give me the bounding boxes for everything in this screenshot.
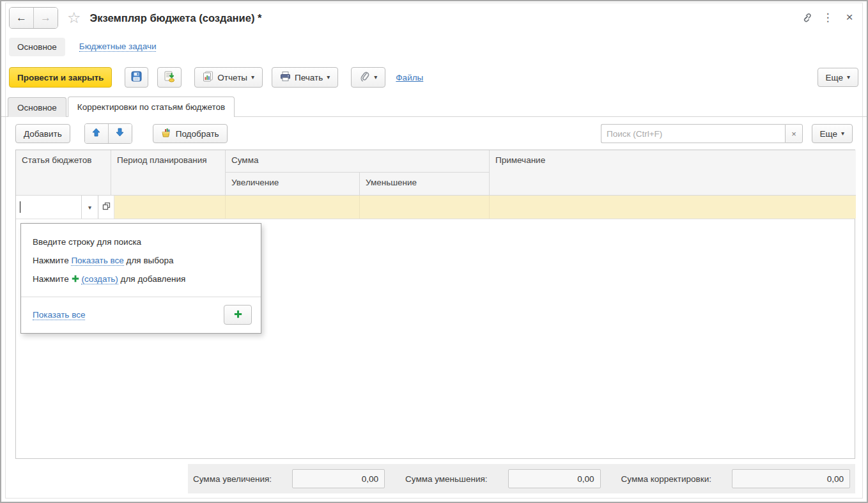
total-decrease-value: 0,00 xyxy=(577,474,594,484)
close-window-icon[interactable]: × xyxy=(841,9,858,26)
cell-period[interactable] xyxy=(114,196,226,219)
column-header-increase-label: Увеличение xyxy=(231,178,279,187)
column-header-article[interactable]: Статья бюджетов xyxy=(16,150,111,196)
post-document-icon xyxy=(164,71,175,84)
column-header-period-label: Период планирования xyxy=(117,155,207,165)
article-suggestion-popup: Введите строку для поиска Нажмите Показа… xyxy=(20,223,261,334)
move-down-button[interactable] xyxy=(109,124,132,143)
page-title: Экземпляр бюджета (создание) * xyxy=(90,12,262,24)
tab-main[interactable]: Основное xyxy=(8,97,66,117)
print-icon xyxy=(280,71,291,84)
tab-adjustments[interactable]: Корректировки по статьям бюджетов xyxy=(68,97,235,117)
window-controls: ⋮ × xyxy=(798,8,858,27)
choose-from-list-button[interactable] xyxy=(98,196,114,219)
grid-search: × xyxy=(601,124,803,143)
move-up-button[interactable] xyxy=(85,124,109,143)
combo-caret-icon: ▾ xyxy=(88,204,91,211)
form-more-label: Еще xyxy=(826,73,843,82)
print-caret-icon: ▾ xyxy=(327,74,330,81)
hint-show-all: Нажмите Показать все для выбора xyxy=(33,251,249,270)
hint-create-suffix: для добавления xyxy=(118,274,185,284)
print-label: Печать xyxy=(295,73,323,82)
column-header-article-label: Статья бюджетов xyxy=(22,155,92,165)
column-header-note-label: Примечание xyxy=(495,155,545,165)
hint-create-prefix: Нажмите xyxy=(33,274,71,284)
clear-icon: × xyxy=(791,129,796,139)
total-decrease-field: 0,00 xyxy=(508,469,601,488)
attachments-caret-icon: ▾ xyxy=(374,74,377,81)
reports-icon xyxy=(203,71,213,84)
form-more-caret-icon: ▾ xyxy=(847,74,850,81)
choose-overlap-squares-icon xyxy=(102,201,111,213)
grid-more-caret-icon: ▾ xyxy=(841,130,844,137)
back-icon: ← xyxy=(16,12,27,24)
create-inline-link[interactable]: (создать) xyxy=(81,274,118,284)
column-header-decrease-label: Уменьшение xyxy=(366,178,417,187)
grid-toolbar: Добавить xyxy=(15,123,228,144)
totals-footer: Сумма увеличения: 0,00 Сумма уменьшения:… xyxy=(188,464,855,493)
hint-choose-prefix: Нажмите xyxy=(33,256,71,265)
column-header-period[interactable]: Период планирования xyxy=(111,150,226,196)
save-button[interactable] xyxy=(125,67,148,88)
table-row: ▾ xyxy=(16,196,855,219)
cell-note[interactable] xyxy=(490,196,856,219)
show-all-inline-link[interactable]: Показать все xyxy=(71,256,123,266)
cell-decrease[interactable] xyxy=(360,196,490,219)
page-tabs: Основное Корректировки по статьям бюджет… xyxy=(1,97,867,117)
history-nav-group: ← → xyxy=(9,7,58,29)
search-input[interactable] xyxy=(601,124,785,143)
hint-create: Нажмите (создать) для добавления xyxy=(33,270,249,289)
copy-link-icon[interactable] xyxy=(798,9,814,26)
total-adjustment-label: Сумма корректировки: xyxy=(621,474,711,484)
grid-more-label: Еще xyxy=(820,129,837,139)
move-row-group xyxy=(84,123,132,144)
nav-item-budget-tasks[interactable]: Бюджетные задачи xyxy=(79,42,157,52)
article-combo-input[interactable]: ▾ xyxy=(16,196,98,219)
pick-label: Подобрать xyxy=(176,129,219,139)
create-plus-icon xyxy=(234,310,242,320)
column-header-decrease[interactable]: Уменьшение xyxy=(360,173,490,196)
plus-icon xyxy=(72,270,79,289)
column-header-sum-label: Сумма xyxy=(231,155,258,165)
window-header: ← → ☆ Экземпляр бюджета (создание) * xyxy=(9,6,261,29)
arrow-down-icon xyxy=(116,128,124,139)
budget-instance-window: ← → ☆ Экземпляр бюджета (создание) * ⋮ ×… xyxy=(0,0,868,503)
print-button[interactable]: Печать ▾ xyxy=(272,67,338,88)
total-decrease-label: Сумма уменьшения: xyxy=(405,474,487,484)
cell-increase[interactable] xyxy=(226,196,360,219)
hint-enter-search-text: Введите строку для поиска xyxy=(33,237,141,247)
hint-enter-search: Введите строку для поиска xyxy=(33,233,249,251)
combo-dropdown-button[interactable]: ▾ xyxy=(81,196,98,219)
post-document-button[interactable] xyxy=(157,67,182,88)
paperclip-icon xyxy=(359,71,370,84)
favorite-star-icon[interactable]: ☆ xyxy=(67,10,81,26)
back-button[interactable]: ← xyxy=(10,8,34,28)
reports-caret-icon: ▾ xyxy=(251,74,254,81)
form-nav: Основное Бюджетные задачи xyxy=(9,36,156,57)
total-adjustment-field: 0,00 xyxy=(732,469,850,488)
nav-item-main[interactable]: Основное xyxy=(9,38,65,56)
pick-basket-icon xyxy=(161,128,172,140)
column-header-sum[interactable]: Сумма xyxy=(226,150,490,173)
grid-more-button[interactable]: Еще ▾ xyxy=(812,124,853,143)
post-and-close-button[interactable]: Провести и закрыть xyxy=(9,67,112,88)
column-header-increase[interactable]: Увеличение xyxy=(226,173,360,196)
save-icon xyxy=(131,71,142,84)
forward-button[interactable]: → xyxy=(34,8,58,28)
form-more-button[interactable]: Еще ▾ xyxy=(818,68,859,87)
more-menu-icon[interactable]: ⋮ xyxy=(819,9,836,26)
total-adjustment-value: 0,00 xyxy=(827,474,844,484)
column-header-note[interactable]: Примечание xyxy=(490,150,856,196)
command-bar: Провести и закрыть xyxy=(9,66,423,88)
create-new-button[interactable] xyxy=(224,305,252,325)
files-link[interactable]: Файлы xyxy=(396,73,423,82)
pick-button[interactable]: Подобрать xyxy=(153,124,228,143)
add-row-button[interactable]: Добавить xyxy=(15,124,70,143)
hint-choose-suffix: для выбора xyxy=(124,256,174,265)
attachments-button[interactable]: ▾ xyxy=(351,67,385,88)
show-all-link[interactable]: Показать все xyxy=(33,310,85,320)
forward-icon: → xyxy=(40,12,51,24)
search-clear-button[interactable]: × xyxy=(785,124,803,143)
reports-button[interactable]: Отчеты ▾ xyxy=(194,67,263,88)
total-increase-label: Сумма увеличения: xyxy=(193,474,272,484)
